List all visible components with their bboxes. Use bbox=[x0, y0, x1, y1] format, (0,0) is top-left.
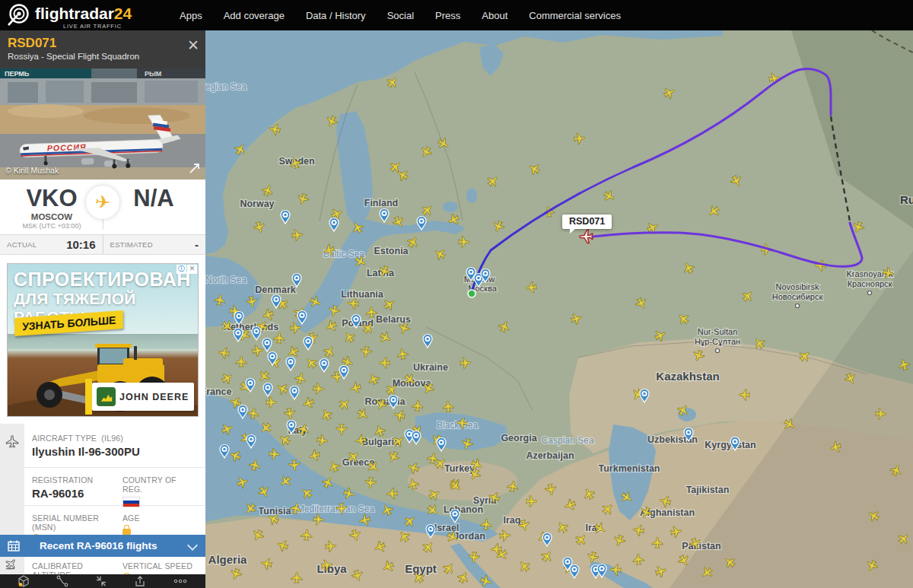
aircraft-icon bbox=[5, 434, 19, 448]
vertical-speed-label: VERTICAL SPEED bbox=[122, 561, 198, 571]
serial-label: SERIAL NUMBER (MSN) bbox=[32, 513, 122, 532]
serial-age-row: SERIAL NUMBER (MSN) AGE bbox=[24, 506, 205, 535]
origin-airport-marker[interactable] bbox=[468, 290, 476, 297]
map-label: Turkmenistan bbox=[598, 463, 660, 474]
aircraft-type-code: (IL96) bbox=[101, 434, 123, 443]
flight-panel-header: RSD071 Rossiya - Special Flight Squadron… bbox=[0, 30, 205, 68]
svg-text:ПЕРМЬ: ПЕРМЬ bbox=[5, 70, 30, 78]
nav-item-press[interactable]: Press bbox=[425, 10, 471, 21]
brand-text: flightradar bbox=[35, 5, 114, 22]
destination-airport[interactable]: N/A bbox=[108, 186, 199, 210]
aircraft-type-name: Ilyushin Il-96-300PU bbox=[32, 445, 198, 458]
top-nav: flightradar24 LIVE AIR TRAFFIC Apps Add … bbox=[0, 0, 913, 30]
map-label: Azerbaijan bbox=[526, 450, 574, 461]
map-label: Greece bbox=[342, 457, 374, 468]
origin-airport[interactable]: VKO MOSCOW MSK (UTC +03:00) bbox=[6, 186, 97, 230]
locked-value-icon[interactable] bbox=[122, 529, 131, 535]
origin-timezone: MSK (UTC +03:00) bbox=[6, 222, 97, 230]
flight-detail-panel: RSD071 Rossiya - Special Flight Squadron… bbox=[0, 30, 205, 588]
map-label: Lebanon bbox=[444, 504, 483, 515]
time-row: ACTUAL 10:16 ESTIMATED - bbox=[0, 234, 205, 255]
sidebar-ad-container: ⓘ ✕ СПРОЕКТИРО bbox=[0, 255, 205, 424]
actual-label: ACTUAL bbox=[7, 240, 37, 249]
estimated-time-cell: ESTIMATED - bbox=[103, 235, 206, 254]
destination-code: N/A bbox=[108, 186, 199, 210]
expand-photo-icon[interactable] bbox=[189, 163, 200, 174]
collapse-panel-icon[interactable] bbox=[95, 575, 107, 587]
nav-item-about[interactable]: About bbox=[471, 10, 518, 21]
close-icon[interactable]: ✕ bbox=[187, 38, 199, 52]
selected-flight-map-label[interactable]: RSD071 bbox=[562, 215, 612, 229]
map-label: Norway bbox=[240, 199, 274, 209]
map-label: Lithuania bbox=[341, 289, 384, 300]
map-label: Ukraine bbox=[413, 362, 448, 373]
city-dot bbox=[716, 349, 720, 353]
aircraft-photo[interactable]: ПЕРМЬ РЫМ bbox=[0, 68, 205, 180]
aircraft-type-label: AIRCRAFT TYPE bbox=[32, 434, 97, 443]
svg-text:РЫМ: РЫМ bbox=[145, 70, 161, 78]
flight-panel-toolbar bbox=[0, 574, 205, 588]
john-deere-ad[interactable]: ⓘ ✕ СПРОЕКТИРО bbox=[7, 263, 199, 417]
photo-credit: © Kirill Mushak bbox=[5, 166, 59, 175]
map-label: Novosibirsk bbox=[776, 282, 819, 291]
map-canvas[interactable]: Norwegian SeaSwedenNorwayFinlandEstoniaL… bbox=[205, 30, 913, 588]
map-label: Красноярск bbox=[848, 279, 892, 288]
russia-flag-icon bbox=[122, 497, 140, 507]
registration-value[interactable]: RA-96016 bbox=[32, 487, 122, 500]
nav-item-data-history[interactable]: Data / History bbox=[295, 10, 377, 21]
route-summary: VKO MOSCOW MSK (UTC +03:00) ✈ N/A bbox=[0, 180, 205, 234]
nav-item-commercial-services[interactable]: Commercial services bbox=[518, 10, 631, 21]
estimated-time: - bbox=[195, 238, 199, 251]
aircraft-type-row: AIRCRAFT TYPE (IL96) Ilyushin Il-96-300P… bbox=[24, 424, 205, 468]
adchoices-controls: ⓘ ✕ bbox=[177, 265, 197, 274]
flightradar24-logo-icon[interactable] bbox=[6, 3, 30, 27]
map-label: Netherlands bbox=[224, 322, 278, 332]
map-label: Pakistan bbox=[682, 541, 721, 551]
john-deere-logo: JOHN DEERE bbox=[92, 383, 194, 411]
svg-text:РОССИЯ: РОССИЯ bbox=[47, 142, 87, 153]
airline-name: Rossiya - Special Flight Squadron bbox=[8, 52, 139, 61]
recent-flights-toggle[interactable]: Recent RA-96016 flights bbox=[0, 535, 205, 557]
flight-callsign: RSD071 bbox=[8, 36, 56, 51]
map-label: Mediterranean Sea bbox=[297, 504, 374, 514]
departure-plane-icon bbox=[4, 558, 19, 570]
map-label: Belarus bbox=[376, 314, 411, 325]
origin-city: MOSCOW bbox=[6, 212, 97, 221]
nav-item-add-coverage[interactable]: Add coverage bbox=[213, 10, 295, 21]
map-label: Tajikistan bbox=[686, 485, 730, 495]
ad-headline-1: СПРОЕКТИРОВАН bbox=[14, 269, 191, 291]
map-label: Algeria bbox=[208, 553, 248, 566]
more-options-icon[interactable] bbox=[173, 575, 188, 587]
city-dot bbox=[796, 304, 800, 308]
map-label: North Sea bbox=[205, 275, 247, 285]
map-label: Denmark bbox=[255, 284, 296, 295]
actual-time-cell: ACTUAL 10:16 bbox=[0, 235, 103, 254]
map-label: Tunisia bbox=[259, 506, 292, 516]
flightradar24-app: flightradar24 LIVE AIR TRAFFIC Apps Add … bbox=[0, 0, 913, 588]
adchoices-info-icon[interactable]: ⓘ bbox=[177, 265, 186, 274]
brand-tagline: LIVE AIR TRAFFIC bbox=[63, 23, 122, 30]
origin-code: VKO bbox=[6, 186, 97, 210]
route-playback-icon[interactable] bbox=[56, 575, 68, 587]
brand-wordmark[interactable]: flightradar24 bbox=[35, 5, 132, 23]
registration-label: REGISTRATION bbox=[32, 475, 122, 485]
nav-item-apps[interactable]: Apps bbox=[169, 10, 213, 21]
actual-time: 10:16 bbox=[66, 238, 95, 251]
map-svg: Norwegian SeaSwedenNorwayFinlandEstoniaL… bbox=[205, 30, 913, 588]
ad-close-icon[interactable]: ✕ bbox=[187, 265, 197, 274]
map-label: Kazakhstan bbox=[656, 370, 719, 383]
map-label: Iraq bbox=[504, 515, 521, 526]
john-deere-wordmark: JOHN DEERE bbox=[119, 392, 189, 402]
chevron-down-icon bbox=[187, 540, 198, 551]
3d-view-icon[interactable] bbox=[17, 575, 30, 587]
map-label: Нұр-Сұлтан bbox=[695, 337, 740, 346]
aircraft-details-section: AIRCRAFT TYPE (IL96) Ilyushin Il-96-300P… bbox=[0, 424, 205, 588]
nav-item-social[interactable]: Social bbox=[377, 10, 425, 21]
map-label: Jordan bbox=[453, 531, 485, 542]
calendar-icon bbox=[8, 540, 20, 551]
city-dot bbox=[868, 291, 872, 295]
country-label: COUNTRY OF REG. bbox=[122, 475, 198, 494]
map-label: Finland bbox=[364, 198, 398, 208]
map-label: Rus bbox=[900, 193, 913, 206]
share-icon[interactable] bbox=[134, 575, 146, 587]
